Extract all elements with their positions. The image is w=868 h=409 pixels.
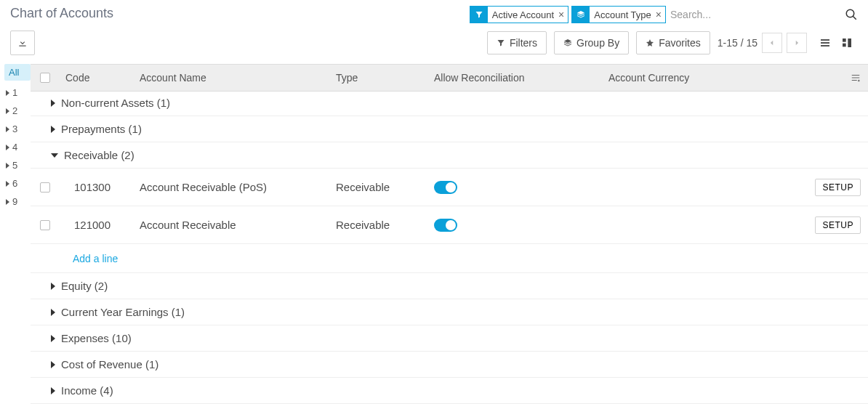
svg-rect-2: [821, 39, 829, 40]
col-settings-icon[interactable]: [839, 73, 868, 83]
caret-right-icon: [51, 100, 55, 107]
stack-icon: [563, 39, 572, 47]
sidebar-item[interactable]: 2: [4, 102, 31, 120]
sidebar-item-label: 1: [12, 87, 17, 98]
cell-type: Receivable: [336, 219, 434, 231]
svg-rect-6: [843, 44, 846, 47]
content: Code Account Name Type Allow Reconciliat…: [31, 64, 868, 404]
col-recon[interactable]: Allow Reconciliation: [434, 72, 608, 84]
col-name[interactable]: Account Name: [140, 72, 336, 84]
chip-remove-icon[interactable]: ×: [654, 9, 665, 20]
caret-right-icon: [6, 108, 9, 114]
select-all-checkbox[interactable]: [40, 73, 50, 83]
kanban-view-button[interactable]: [836, 33, 858, 53]
cell-name: Account Receivable: [140, 219, 336, 231]
paging: 1-15 / 15: [718, 33, 807, 53]
sidebar-item[interactable]: 4: [4, 138, 31, 156]
sidebar-item-label: 9: [12, 196, 17, 207]
search-chips: Active Account × Account Type ×: [470, 6, 666, 23]
group-label: Receivable (2): [64, 149, 134, 161]
cell-name: Account Receivable (PoS): [140, 181, 336, 193]
caret-down-icon: [51, 153, 58, 158]
table-row[interactable]: 121000 Account Receivable Receivable SET…: [31, 206, 868, 244]
funnel-icon: [497, 39, 505, 47]
sidebar-item[interactable]: 3: [4, 120, 31, 138]
group-label: Cost of Revenue (1): [61, 358, 158, 370]
sidebar-item[interactable]: 9: [4, 193, 31, 211]
download-button[interactable]: [10, 31, 35, 55]
svg-point-0: [846, 9, 854, 17]
sidebar: All 1 2 3 4 5 6 9: [0, 64, 31, 404]
col-type[interactable]: Type: [336, 72, 434, 84]
svg-line-1: [853, 16, 856, 20]
caret-right-icon: [6, 145, 9, 150]
caret-right-icon: [6, 163, 9, 169]
sidebar-head[interactable]: All: [4, 64, 31, 81]
group-row[interactable]: Current Year Earnings (1): [31, 299, 868, 325]
favorites-button[interactable]: Favorites: [636, 31, 710, 54]
sidebar-item[interactable]: 5: [4, 156, 31, 174]
caret-right-icon: [6, 126, 9, 132]
row-checkbox[interactable]: [40, 220, 50, 230]
svg-rect-3: [821, 42, 829, 43]
paging-text: 1-15 / 15: [718, 37, 758, 49]
recon-toggle[interactable]: [434, 181, 457, 194]
caret-right-icon: [6, 90, 9, 96]
filters-button[interactable]: Filters: [487, 31, 547, 54]
group-label: Non-current Assets (1): [61, 97, 170, 109]
search-input[interactable]: [666, 6, 840, 23]
page-prev-button[interactable]: [762, 33, 782, 53]
group-label: Expenses (10): [61, 332, 132, 344]
caret-right-icon: [51, 335, 55, 342]
group-label: Income (4): [61, 384, 113, 397]
search-icon[interactable]: [845, 8, 858, 21]
caret-right-icon: [51, 283, 55, 290]
sidebar-item-label: 5: [12, 160, 17, 171]
col-code[interactable]: Code: [60, 72, 140, 84]
table-header: Code Account Name Type Allow Reconciliat…: [31, 64, 868, 92]
group-row[interactable]: Equity (2): [31, 273, 868, 299]
group-row[interactable]: Cost of Revenue (1): [31, 352, 868, 378]
recon-toggle[interactable]: [434, 219, 457, 232]
chip-label: Account Type: [590, 9, 654, 20]
sidebar-item-label: 2: [12, 105, 17, 116]
page-next-button[interactable]: [787, 33, 807, 53]
page-title: Chart of Accounts: [10, 6, 113, 21]
chip-label: Active Account: [488, 9, 557, 20]
cell-code: 121000: [60, 219, 140, 231]
setup-button[interactable]: SETUP: [815, 216, 861, 234]
cell-type: Receivable: [336, 181, 434, 193]
cell-code: 101300: [60, 181, 140, 193]
search-zone: Active Account × Account Type ×: [470, 6, 858, 23]
caret-right-icon: [51, 387, 55, 394]
sidebar-item[interactable]: 1: [4, 84, 31, 102]
group-row[interactable]: Income (4): [31, 378, 868, 404]
row-checkbox[interactable]: [40, 182, 50, 193]
chip-remove-icon[interactable]: ×: [557, 9, 568, 20]
group-label: Prepayments (1): [61, 123, 142, 135]
caret-right-icon: [6, 199, 9, 205]
add-line-row: Add a line: [31, 244, 868, 273]
col-currency[interactable]: Account Currency: [608, 72, 839, 84]
group-row[interactable]: Non-current Assets (1): [31, 90, 868, 116]
caret-right-icon: [6, 181, 9, 187]
group-by-button[interactable]: Group By: [554, 31, 629, 54]
stack-icon: [572, 7, 590, 23]
table-row[interactable]: 101300 Account Receivable (PoS) Receivab…: [31, 169, 868, 206]
group-by-label: Group By: [576, 37, 619, 49]
group-row[interactable]: Prepayments (1): [31, 116, 868, 142]
svg-rect-5: [843, 39, 846, 42]
group-row[interactable]: Expenses (10): [31, 325, 868, 352]
chip-account-type[interactable]: Account Type ×: [571, 6, 666, 23]
caret-right-icon: [51, 126, 55, 133]
chip-active-account[interactable]: Active Account ×: [470, 6, 568, 23]
add-line-link[interactable]: Add a line: [73, 253, 118, 264]
group-row-expanded[interactable]: Receivable (2): [31, 142, 868, 169]
list-view-button[interactable]: [814, 33, 836, 53]
caret-right-icon: [51, 361, 55, 368]
setup-button[interactable]: SETUP: [815, 179, 861, 196]
sidebar-item-label: 4: [12, 142, 17, 153]
sidebar-item[interactable]: 6: [4, 174, 31, 193]
sidebar-item-label: 6: [12, 178, 17, 189]
svg-rect-7: [848, 39, 851, 47]
